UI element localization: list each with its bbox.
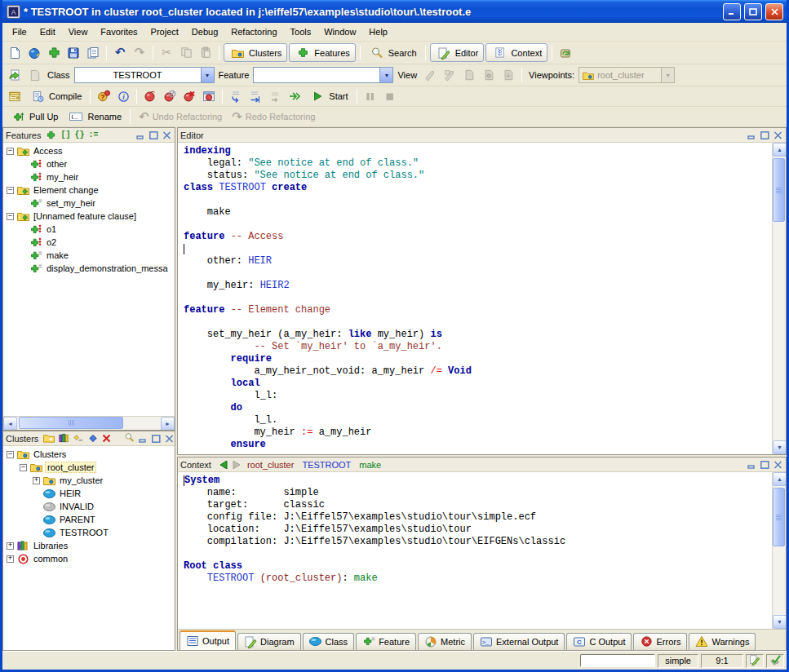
editable-state-cell[interactable] [746,654,764,668]
menu-help[interactable]: Help [362,24,394,39]
tab-output[interactable]: Output [180,630,236,650]
info-icon[interactable]: i [114,87,132,105]
breadcrumb-cluster[interactable]: root_cluster [247,460,294,470]
tree-item-other[interactable]: other [3,157,175,170]
pull-up-button[interactable]: Pull Up [6,108,62,126]
tab-feature[interactable]: Feature [356,633,416,650]
tree-item-clusters[interactable]: −Clusters [3,448,175,461]
context-output[interactable]: System name: simple target: classic conf… [178,472,772,629]
context-back-icon[interactable] [219,458,228,472]
enable-breakpoints-icon[interactable] [141,87,159,105]
expand-toggle-icon[interactable]: + [33,477,40,484]
tree-item-common[interactable]: +common [3,552,175,565]
tab-external-output[interactable]: >_External Output [473,633,565,650]
new-library-icon[interactable] [59,431,69,446]
remove-breakpoints-icon[interactable] [180,87,198,105]
tree-item-access[interactable]: −Access [3,144,175,157]
editor-code[interactable]: indexing legal: "See notice at end of cl… [178,143,772,454]
delete-icon[interactable] [102,431,111,446]
editor-vertical-scrollbar[interactable]: ▲ ▼ [772,143,786,454]
editor-tool-button[interactable]: Editor [430,43,485,62]
tab-diagram[interactable]: Diagram [237,633,301,650]
menu-refactoring[interactable]: Refactoring [224,24,283,39]
disable-breakpoints-icon[interactable] [161,87,179,105]
expand-toggle-icon[interactable]: − [7,213,14,220]
open-class-icon[interactable] [6,66,24,84]
scroll-right-icon[interactable]: ► [161,417,175,431]
tree-item-set-my-heir[interactable]: set_my_heir [3,197,175,210]
profile-tool-icon[interactable] [556,44,574,62]
context-tool-button[interactable]: Context [485,43,547,62]
scroll-up-icon[interactable]: ▲ [773,143,787,157]
remove-item-icon[interactable] [73,431,84,446]
save-all-icon[interactable] [84,44,102,62]
scroll-down-icon[interactable]: ▼ [773,440,787,454]
tree-item-unnamed-feature-clause[interactable]: −[Unnamed feature clause] [3,210,175,223]
features-tool-button[interactable]: Features [289,43,355,62]
menu-edit[interactable]: Edit [33,24,62,39]
editor-close-icon[interactable] [773,130,783,140]
menu-window[interactable]: Window [317,24,362,39]
features-maximize-icon[interactable] [148,130,159,140]
clusters-close-icon[interactable] [164,434,175,444]
tree-item-element-change[interactable]: −Element change [3,183,175,197]
tree-item-root-cluster[interactable]: −root_cluster [3,461,175,474]
class-combo-arrow-icon[interactable]: ▼ [201,68,214,82]
tree-item-o2[interactable]: o2 [3,236,175,249]
menu-tools[interactable]: Tools [284,24,318,39]
tab-c-output[interactable]: CC Output [566,633,632,650]
tab-class[interactable]: Class [303,633,355,650]
tree-item-heir[interactable]: HEIR [3,487,175,500]
features-close-icon[interactable] [162,130,172,140]
tree-item-parent[interactable]: PARENT [3,513,175,526]
context-minimize-icon[interactable] [747,460,757,470]
editor-maximize-icon[interactable] [760,130,770,140]
menu-view[interactable]: View [62,24,95,39]
breakpoint-window-icon[interactable] [200,87,218,105]
clusters-tool-button[interactable]: Clusters [224,43,287,62]
add-item-icon[interactable] [88,431,98,446]
expand-toggle-icon[interactable]: − [7,451,14,458]
tab-metric[interactable]: Metric [418,633,472,650]
quick-melt-icon[interactable] [286,87,304,105]
context-close-icon[interactable] [773,460,783,470]
scroll-left-icon[interactable]: ◄ [3,417,17,431]
menu-debug[interactable]: Debug [185,24,224,39]
expand-toggle-icon[interactable]: + [7,555,14,563]
compile-help-icon[interactable]: ? [95,87,113,105]
breadcrumb-class[interactable]: TESTROOT [302,460,351,470]
expand-toggle-icon[interactable]: + [7,542,14,550]
tree-item-my-cluster[interactable]: +my_cluster [3,474,175,487]
maximize-button[interactable] [744,3,762,20]
new-cluster-icon[interactable] [43,431,55,446]
tree-item-display-demonstration-messa[interactable]: display_demonstration_messa [3,262,175,275]
compile-button[interactable]: Compile [25,87,86,105]
context-vertical-scrollbar[interactable]: ▲ ▼ [772,472,786,629]
minimize-button[interactable] [723,3,741,20]
assign-icon[interactable]: := [88,130,98,139]
tree-item-invalid[interactable]: INVALID [3,500,175,513]
feature-plus-icon[interactable] [46,130,56,140]
tree-item-make[interactable]: make [3,249,175,262]
start-button[interactable]: Start [305,87,352,105]
context-maximize-icon[interactable] [760,460,770,470]
scroll-down-icon[interactable]: ▼ [773,615,787,629]
clusters-maximize-icon[interactable] [151,434,162,444]
step-into-icon[interactable] [227,87,245,105]
tree-item-testroot[interactable]: TESTROOT [3,526,175,539]
clusters-minimize-icon[interactable] [138,434,148,444]
undo-icon[interactable]: ↶ [111,44,129,62]
tree-item-my-heir[interactable]: my_heir [3,170,175,183]
search-tool-button[interactable]: Search [365,44,421,62]
menu-project[interactable]: Project [144,24,185,39]
braces-icon[interactable]: {} [74,130,84,139]
breadcrumb-feature[interactable]: make [359,460,381,470]
step-over-icon[interactable] [246,87,264,105]
feature-combo[interactable]: ▼ [253,67,393,83]
rename-button[interactable]: I... Rename [64,108,126,126]
feature-combo-arrow-icon[interactable]: ▼ [379,68,392,82]
features-horizontal-scrollbar[interactable]: ◄ ► [3,416,175,430]
tree-item-o1[interactable]: o1 [3,223,175,236]
add-class-icon[interactable] [45,44,63,62]
menu-file[interactable]: File [6,24,33,39]
